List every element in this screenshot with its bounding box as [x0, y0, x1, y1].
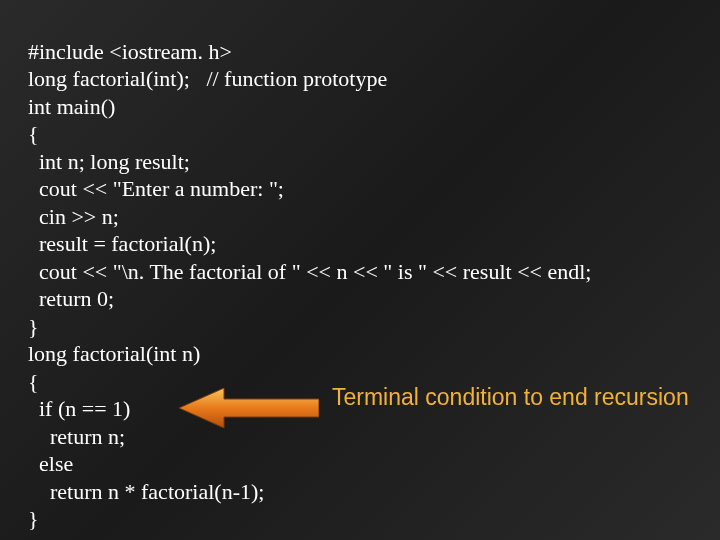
- code-line: else: [28, 451, 73, 476]
- code-line: }: [28, 506, 39, 531]
- code-line: if (n == 1): [28, 396, 130, 421]
- annotation-text: Terminal condition to end recursion: [332, 384, 689, 411]
- code-block: #include <iostream. h> long factorial(in…: [28, 10, 720, 533]
- code-line: cout << "Enter a number: ";: [28, 176, 284, 201]
- code-line: }: [28, 314, 39, 339]
- code-line: cout << "\n. The factorial of " << n << …: [28, 259, 591, 284]
- code-line: result = factorial(n);: [28, 231, 216, 256]
- code-line: {: [28, 121, 39, 146]
- slide: #include <iostream. h> long factorial(in…: [0, 0, 720, 540]
- code-line: #include <iostream. h>: [28, 39, 232, 64]
- svg-marker-0: [179, 388, 319, 428]
- code-line: return n;: [28, 424, 125, 449]
- code-line: long factorial(int); // function prototy…: [28, 66, 387, 91]
- code-line: cin >> n;: [28, 204, 119, 229]
- code-line: return 0;: [28, 286, 114, 311]
- code-line: long factorial(int n): [28, 341, 200, 366]
- code-line: int n; long result;: [28, 149, 190, 174]
- code-line: {: [28, 369, 39, 394]
- code-line: return n * factorial(n-1);: [28, 479, 264, 504]
- arrow-left-icon: [179, 388, 319, 428]
- code-line: int main(): [28, 94, 115, 119]
